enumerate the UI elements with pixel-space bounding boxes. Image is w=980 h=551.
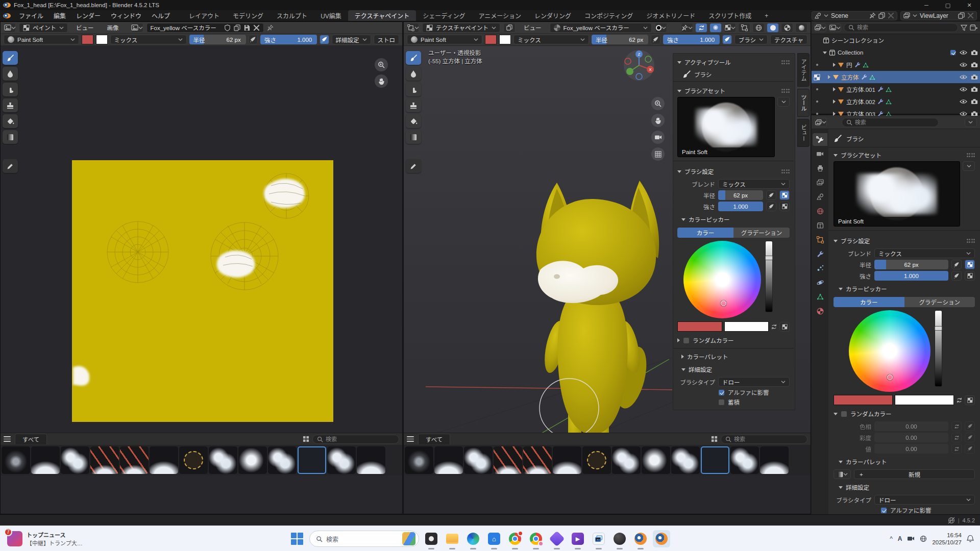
gradient-tool-button[interactable] xyxy=(3,130,18,144)
saturation-pressure-button[interactable] xyxy=(965,433,975,442)
fill-tool-button[interactable] xyxy=(3,114,18,128)
radius-slider[interactable]: 半径62 px xyxy=(592,35,648,44)
app-chrome-profile[interactable] xyxy=(527,530,545,547)
brush-thumbnail[interactable] xyxy=(31,446,60,474)
display-cast-icon[interactable] xyxy=(907,535,915,542)
brush-thumbnail[interactable] xyxy=(464,446,493,474)
zoom-icon[interactable] xyxy=(651,97,665,110)
primary-color-swatch[interactable] xyxy=(834,395,893,405)
brush-selector[interactable]: Paint Soft xyxy=(407,35,482,44)
strength-pressure-button[interactable] xyxy=(722,35,732,44)
pin-icon[interactable] xyxy=(869,12,876,19)
affect-alpha-checkbox[interactable] xyxy=(718,389,725,396)
swap-colors-icon[interactable] xyxy=(956,397,963,404)
strength-pressure-button[interactable] xyxy=(320,35,329,44)
editor-type-button[interactable] xyxy=(407,23,419,33)
network-icon[interactable] xyxy=(920,535,927,542)
brush-thumbnail[interactable] xyxy=(671,446,700,474)
radius-unit-button[interactable] xyxy=(779,190,790,200)
strength-slider[interactable]: 強さ1.000 xyxy=(663,35,720,44)
outliner-row-object[interactable]: 立方体.002 xyxy=(812,95,980,108)
new-collection-icon[interactable] xyxy=(970,24,977,31)
strength-unit-button[interactable] xyxy=(779,202,790,211)
minimize-button[interactable]: ─ xyxy=(916,0,937,10)
blend-mode-dropdown[interactable]: ミックス xyxy=(110,35,187,44)
menu-image[interactable]: 画像 xyxy=(102,23,124,32)
panel-color-picker[interactable]: カラーピッカー xyxy=(834,282,975,295)
mask-tool-button[interactable] xyxy=(406,130,421,144)
eye-icon[interactable] xyxy=(960,74,967,80)
panel-mode[interactable]: モード xyxy=(677,408,790,410)
disclosure-down-icon[interactable] xyxy=(823,52,827,54)
outliner-row-object-selected[interactable]: 立方体 xyxy=(812,71,980,83)
strength-pressure-button[interactable] xyxy=(951,271,962,281)
radius-pressure-button[interactable] xyxy=(651,35,660,44)
tab-physics[interactable] xyxy=(813,276,827,289)
menu-file[interactable]: ファイル xyxy=(14,10,48,21)
tab-output[interactable] xyxy=(813,162,827,174)
secondary-color-swatch[interactable] xyxy=(499,35,511,44)
saturation-refresh-button[interactable] xyxy=(951,433,962,442)
overlays-button[interactable] xyxy=(738,23,750,33)
brush-thumbnail[interactable] xyxy=(357,446,385,474)
display-mode-icon[interactable] xyxy=(711,436,718,442)
brush-type-dropdown[interactable]: ドロー xyxy=(874,495,975,505)
brush-thumbnail[interactable] xyxy=(612,446,641,474)
camera-view-icon[interactable] xyxy=(651,131,665,144)
snap-dropdown[interactable] xyxy=(681,23,693,33)
shelf-menu-icon[interactable] xyxy=(4,436,11,442)
disclosure-right-icon[interactable] xyxy=(828,75,830,79)
menu-help[interactable]: ヘルプ xyxy=(146,10,175,21)
outliner-row-collection[interactable]: Collection xyxy=(812,46,980,59)
close-button[interactable]: ✕ xyxy=(959,0,980,10)
brush-asset-menu-button[interactable] xyxy=(963,161,975,171)
brush-thumbnail[interactable] xyxy=(405,446,433,474)
tab-gradient[interactable]: グラデーション xyxy=(733,228,790,238)
toggle-perspective-icon[interactable] xyxy=(651,147,665,161)
brush-thumbnail[interactable] xyxy=(90,446,119,474)
app-chrome-badged[interactable] xyxy=(506,530,524,547)
tab-object[interactable] xyxy=(813,233,827,246)
shelf-search-input[interactable] xyxy=(312,435,399,444)
brush-thumbnail-selected[interactable] xyxy=(298,446,326,474)
blender-menu-icon[interactable] xyxy=(3,13,11,18)
sidebar-tab-tool[interactable]: ツール xyxy=(797,89,810,117)
menu-view[interactable]: ビュー xyxy=(71,23,99,32)
tab-modeling[interactable]: モデリング xyxy=(226,10,270,21)
panel-brush-asset[interactable]: ブラシアセット xyxy=(834,148,975,161)
brush-thumbnail[interactable] xyxy=(523,446,552,474)
color-pressure-button[interactable] xyxy=(965,395,975,405)
start-button[interactable] xyxy=(288,530,306,547)
app-file-explorer[interactable] xyxy=(444,530,461,547)
tab-geometry-nodes[interactable]: ジオメトリノード xyxy=(640,10,702,21)
app-unity[interactable] xyxy=(611,530,628,547)
delete-scene-icon[interactable] xyxy=(888,12,894,19)
fill-tool-button[interactable] xyxy=(406,114,421,128)
camera-icon[interactable] xyxy=(971,98,978,105)
random-value-slider[interactable]: 0.00 xyxy=(874,444,948,454)
outliner-search-input[interactable] xyxy=(844,23,958,32)
navigation-gizmo[interactable]: Z X xyxy=(623,49,655,82)
tab-world[interactable] xyxy=(813,205,827,217)
panel-brush-asset[interactable]: ブラシアセット xyxy=(677,84,790,97)
panel-active-tool[interactable]: アクティブツール xyxy=(677,56,790,68)
pack-image-icon[interactable] xyxy=(243,24,250,31)
paint-mode-dropdown[interactable]: ペイント xyxy=(19,23,68,33)
news-widget[interactable]: 7 トップニュース 【中継】トランプ大… xyxy=(0,531,90,547)
tab-color[interactable]: カラー xyxy=(677,228,733,238)
viewlayer-selector[interactable]: ViewLayer xyxy=(900,11,977,20)
brush-thumbnail[interactable] xyxy=(61,446,89,474)
camera-icon[interactable] xyxy=(971,74,978,80)
disclosure-right-icon[interactable] xyxy=(833,99,836,104)
brush-thumbnail[interactable] xyxy=(760,446,789,474)
eye-icon[interactable] xyxy=(960,62,967,67)
panel-drag-icon[interactable] xyxy=(781,60,790,64)
editor-type-button[interactable] xyxy=(4,23,16,33)
eye-icon[interactable] xyxy=(960,99,967,104)
primary-color-swatch[interactable] xyxy=(485,35,497,44)
texture-slot-button[interactable] xyxy=(503,23,516,33)
strength-pressure-button[interactable] xyxy=(766,202,776,211)
disclosure-right-icon[interactable] xyxy=(833,63,836,67)
delete-viewlayer-icon[interactable] xyxy=(967,12,974,19)
app-blender-active[interactable] xyxy=(653,530,670,547)
